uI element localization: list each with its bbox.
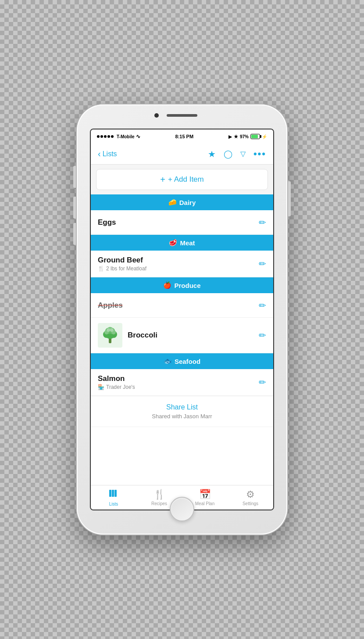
broccoli-svg [100, 325, 121, 346]
dairy-icon: 🧀 [168, 198, 177, 206]
home-button-area [170, 497, 194, 521]
content-area: + + Add Item 🧀 Dairy Eggs ✏ [91, 165, 273, 485]
battery-icon [250, 134, 260, 139]
list-item-eggs: Eggs ✏ [91, 210, 273, 235]
phone-screen: T-Mobile ∿ 8:15 PM ▶ ★ 97% ⚡ ‹ [90, 129, 274, 510]
tab-lists[interactable]: Lists [91, 488, 136, 506]
category-header-produce: 🍎 Produce [91, 277, 273, 293]
location-icon: ▶ [228, 134, 232, 139]
broccoli-image [98, 323, 122, 348]
salmon-subtitle-icon: 🏪 [98, 384, 104, 390]
back-button[interactable]: ‹ Lists [98, 149, 117, 159]
mealplan-tab-label: Meal Plan [195, 501, 214, 506]
status-time: 8:15 PM [175, 134, 193, 139]
charging-icon: ⚡ [262, 134, 267, 139]
status-left: T-Mobile ∿ [97, 133, 140, 140]
nav-icons: ★ ◯ ▽ ••• [208, 148, 266, 160]
recipes-tab-icon: 🍴 [153, 489, 165, 500]
beef-subtitle-text: 2 lbs for Meatloaf [106, 266, 146, 272]
settings-tab-label: Settings [243, 501, 258, 506]
salmon-edit-icon[interactable]: ✏ [259, 377, 266, 388]
salmon-subtitle-text: Trader Joe's [106, 384, 135, 390]
lists-tab-label: Lists [109, 502, 118, 506]
seafood-icon: 🐟 [164, 357, 172, 365]
list-item-salmon-left: Salmon 🏪 Trader Joe's [98, 374, 259, 390]
broccoli-edit-icon[interactable]: ✏ [259, 330, 266, 341]
apples-edit-icon[interactable]: ✏ [259, 300, 266, 311]
produce-label: Produce [174, 282, 200, 289]
seafood-label: Seafood [175, 358, 200, 365]
more-icon[interactable]: ••• [253, 148, 266, 160]
svg-rect-13 [112, 490, 114, 497]
battery-fill [251, 135, 258, 138]
mealplan-tab-icon: 📅 [199, 489, 211, 500]
beef-subtitle-icon: 🍴 [98, 266, 104, 272]
svg-rect-12 [109, 490, 111, 497]
salmon-subtitle: 🏪 Trader Joe's [98, 384, 135, 390]
share-section: Share List Shared with Jason Marr [91, 396, 273, 427]
beef-subtitle: 🍴 2 lbs for Meatloaf [98, 266, 146, 272]
status-right: ▶ ★ 97% ⚡ [228, 134, 267, 140]
meat-label: Meat [180, 239, 195, 247]
phone-wrapper: T-Mobile ∿ 8:15 PM ▶ ★ 97% ⚡ ‹ [55, 56, 309, 583]
content-spacer [91, 427, 273, 485]
plus-icon: + [160, 175, 165, 185]
apples-text: Apples [98, 301, 123, 310]
carrier-name: T-Mobile [117, 134, 135, 139]
phone-outer: T-Mobile ∿ 8:15 PM ▶ ★ 97% ⚡ ‹ [77, 104, 287, 535]
beef-name: Ground Beef [98, 256, 146, 265]
add-item-label: + Add Item [168, 175, 204, 184]
front-camera [154, 113, 159, 118]
nav-bar: ‹ Lists ★ ◯ ▽ ••• [91, 144, 273, 165]
svg-point-10 [107, 328, 110, 332]
meat-icon: 🥩 [169, 239, 177, 247]
home-button[interactable] [170, 497, 194, 521]
add-item-button[interactable]: + + Add Item [96, 169, 268, 190]
broccoli-text: Broccoli [128, 331, 157, 340]
salmon-name: Salmon [98, 374, 135, 383]
battery-percent: 97% [240, 134, 249, 139]
eggs-name: Eggs [98, 218, 116, 227]
status-bar: T-Mobile ∿ 8:15 PM ▶ ★ 97% ⚡ [91, 129, 273, 144]
salmon-text: Salmon 🏪 Trader Joe's [98, 374, 135, 390]
eggs-text: Eggs [98, 218, 116, 227]
dairy-label: Dairy [179, 199, 196, 206]
back-label: Lists [103, 150, 117, 158]
category-header-dairy: 🧀 Dairy [91, 194, 273, 210]
list-item-broccoli: Broccoli ✏ [91, 318, 273, 353]
signal-dots [97, 135, 114, 138]
list-item-beef-left: Ground Beef 🍴 2 lbs for Meatloaf [98, 256, 259, 272]
speaker-grill [167, 114, 197, 117]
bluetooth-icon: ★ [234, 134, 238, 140]
category-header-seafood: 🐟 Seafood [91, 353, 273, 369]
share-list-button[interactable]: Share List [98, 403, 266, 411]
share-sub-text: Shared with Jason Marr [98, 413, 266, 420]
svg-rect-14 [114, 490, 117, 497]
produce-icon: 🍎 [163, 281, 171, 289]
beef-text: Ground Beef 🍴 2 lbs for Meatloaf [98, 256, 146, 272]
eggs-edit-icon[interactable]: ✏ [259, 217, 266, 228]
beef-edit-icon[interactable]: ✏ [259, 258, 266, 269]
broccoli-name: Broccoli [128, 331, 157, 340]
lists-tab-icon [109, 488, 118, 501]
apples-name: Apples [98, 301, 123, 310]
tab-settings[interactable]: ⚙ Settings [228, 489, 273, 506]
clock-icon[interactable]: ◯ [224, 149, 232, 159]
category-header-meat: 🥩 Meat [91, 235, 273, 251]
settings-tab-icon: ⚙ [246, 489, 255, 500]
filter-icon[interactable]: ▽ [240, 150, 246, 158]
list-item-apples-left: Apples [98, 301, 259, 310]
list-item-salmon: Salmon 🏪 Trader Joe's ✏ [91, 369, 273, 396]
svg-point-11 [110, 328, 114, 332]
star-icon[interactable]: ★ [208, 149, 216, 159]
back-chevron-icon: ‹ [98, 149, 101, 159]
wifi-icon: ∿ [136, 133, 140, 140]
list-item-eggs-left: Eggs [98, 218, 259, 227]
recipes-tab-label: Recipes [151, 501, 167, 506]
list-item-broccoli-left: Broccoli [98, 323, 259, 348]
list-item-apples: Apples ✏ [91, 293, 273, 318]
list-item-ground-beef: Ground Beef 🍴 2 lbs for Meatloaf ✏ [91, 251, 273, 277]
